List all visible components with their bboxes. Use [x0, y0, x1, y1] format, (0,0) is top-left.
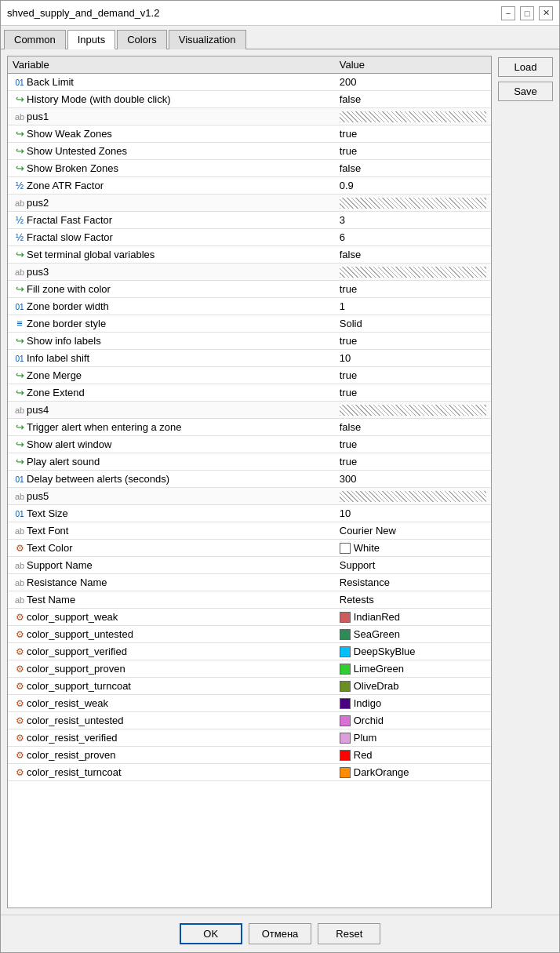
- color-value: DeepSkyBlue: [354, 646, 416, 657]
- table-row[interactable]: ↪Show alert windowtrue: [8, 436, 491, 453]
- variable-name: Fractal Fast Factor: [27, 214, 112, 226]
- table-row[interactable]: ½Fractal Fast Factor3: [8, 212, 491, 229]
- value-cell: 3: [335, 212, 491, 229]
- row-icon: ab: [13, 561, 27, 570]
- table-row[interactable]: 01Text Size10: [8, 505, 491, 522]
- variable-name: History Mode (with double click): [27, 93, 171, 105]
- table-row[interactable]: 01Delay between alerts (seconds)300: [8, 471, 491, 488]
- variable-name: color_resist_proven: [27, 749, 115, 761]
- tab-colors[interactable]: Colors: [117, 30, 167, 49]
- table-row[interactable]: ↪Zone Extendtrue: [8, 384, 491, 402]
- variable-cell: abpus3: [8, 264, 335, 281]
- ok-button[interactable]: OK: [180, 923, 242, 944]
- color-swatch: [340, 664, 351, 675]
- value-cell: [335, 402, 491, 419]
- table-row[interactable]: abText FontCourier New: [8, 522, 491, 540]
- row-icon: ⚙: [13, 629, 27, 640]
- value-cell: [335, 195, 491, 212]
- table-row[interactable]: ↪Show Broken Zonesfalse: [8, 160, 491, 177]
- tab-visualization[interactable]: Visualization: [169, 30, 246, 49]
- table-row[interactable]: ⚙color_resist_weakIndigo: [8, 695, 491, 712]
- table-row[interactable]: ↪Show Weak Zonestrue: [8, 125, 491, 143]
- table-row[interactable]: 01Zone border width1: [8, 298, 491, 315]
- maximize-button[interactable]: □: [520, 6, 534, 20]
- color-swatch: [340, 733, 351, 744]
- row-icon: 01: [13, 355, 27, 363]
- table-row[interactable]: abpus4: [8, 402, 491, 419]
- value-cell: true: [335, 143, 491, 160]
- table-row[interactable]: abpus3: [8, 264, 491, 281]
- table-row[interactable]: ⚙color_support_untestedSeaGreen: [8, 626, 491, 643]
- table-row[interactable]: ↪Show Untested Zonestrue: [8, 143, 491, 160]
- variable-name: Fill zone with color: [27, 283, 111, 295]
- variable-name: Support Name: [27, 559, 93, 571]
- table-row[interactable]: ⚙Text ColorWhite: [8, 540, 491, 557]
- table-row[interactable]: ↪Show info labelstrue: [8, 333, 491, 350]
- color-value: IndianRed: [354, 611, 400, 623]
- table-row[interactable]: ⚙color_support_weakIndianRed: [8, 609, 491, 626]
- table-row[interactable]: ½Fractal slow Factor6: [8, 229, 491, 246]
- variable-cell: ↪Trigger alert when entering a zone: [8, 419, 335, 436]
- variable-cell: ↪Show Untested Zones: [8, 143, 335, 160]
- load-button[interactable]: Load: [498, 57, 553, 77]
- table-row[interactable]: ⚙color_resist_provenRed: [8, 747, 491, 764]
- table-row[interactable]: ⚙color_resist_verifiedPlum: [8, 729, 491, 747]
- tab-inputs[interactable]: Inputs: [67, 30, 115, 49]
- table-row[interactable]: ≡Zone border styleSolid: [8, 315, 491, 333]
- value-cell: DeepSkyBlue: [335, 643, 491, 660]
- variable-cell: ⚙color_resist_proven: [8, 747, 335, 764]
- side-buttons: Load Save: [492, 56, 553, 908]
- row-icon: ≡: [13, 318, 27, 329]
- table-row[interactable]: ⚙color_support_verifiedDeepSkyBlue: [8, 643, 491, 660]
- table-row[interactable]: abpus5: [8, 488, 491, 505]
- close-button[interactable]: ✕: [539, 6, 553, 20]
- table-row[interactable]: ↪Trigger alert when entering a zonefalse: [8, 419, 491, 436]
- tab-common[interactable]: Common: [4, 30, 66, 49]
- row-icon: ⚙: [13, 612, 27, 623]
- variable-name: color_resist_untested: [27, 715, 124, 726]
- variable-name: Show Weak Zones: [27, 128, 112, 140]
- variable-cell: ½Fractal slow Factor: [8, 229, 335, 246]
- color-value: OliveDrab: [354, 680, 399, 692]
- table-row[interactable]: ↪History Mode (with double click)false: [8, 91, 491, 108]
- settings-table: Variable Value 01Back Limit200↪History M…: [8, 56, 491, 781]
- row-icon: ⚙: [13, 543, 27, 554]
- row-icon: ⚙: [13, 750, 27, 761]
- table-row[interactable]: 01Info label shift10: [8, 350, 491, 367]
- table-row[interactable]: ⚙color_resist_turncoatDarkOrange: [8, 764, 491, 781]
- value-cell: Orchid: [335, 712, 491, 729]
- variable-cell: 01Info label shift: [8, 350, 335, 367]
- variable-cell: abSupport Name: [8, 557, 335, 574]
- table-row[interactable]: ⚙color_support_turncoatOliveDrab: [8, 678, 491, 695]
- row-icon: ↪: [13, 145, 27, 157]
- table-row[interactable]: ½Zone ATR Factor0.9: [8, 177, 491, 195]
- table-row[interactable]: abpus2: [8, 195, 491, 212]
- variable-cell: 01Zone border width: [8, 298, 335, 315]
- table-row[interactable]: abTest NameRetests: [8, 591, 491, 609]
- variable-name: color_resist_turncoat: [27, 766, 122, 778]
- variable-name: Zone border width: [27, 300, 109, 312]
- row-icon: 01: [13, 303, 27, 311]
- variable-name: Play alert sound: [27, 456, 100, 467]
- table-row[interactable]: ↪Zone Mergetrue: [8, 367, 491, 384]
- variable-cell: ↪Show Broken Zones: [8, 160, 335, 177]
- col-value: Value: [335, 56, 491, 74]
- table-row[interactable]: abpus1: [8, 108, 491, 125]
- variable-name: Test Name: [27, 594, 75, 606]
- value-cell: true: [335, 367, 491, 384]
- table-row[interactable]: ⚙color_resist_untestedOrchid: [8, 712, 491, 729]
- table-scroll[interactable]: Variable Value 01Back Limit200↪History M…: [8, 56, 491, 908]
- footer: OK Отмена Reset: [1, 915, 559, 952]
- table-row[interactable]: ↪Play alert soundtrue: [8, 453, 491, 471]
- minimize-button[interactable]: −: [501, 6, 515, 20]
- table-row[interactable]: ⚙color_support_provenLimeGreen: [8, 660, 491, 678]
- cancel-button[interactable]: Отмена: [249, 923, 312, 944]
- table-row[interactable]: 01Back Limit200: [8, 74, 491, 91]
- color-value: White: [354, 542, 380, 554]
- table-row[interactable]: abSupport NameSupport: [8, 557, 491, 574]
- table-row[interactable]: ↪Set terminal global variablesfalse: [8, 246, 491, 264]
- table-row[interactable]: ↪Fill zone with colortrue: [8, 281, 491, 298]
- save-button[interactable]: Save: [498, 82, 553, 101]
- reset-button[interactable]: Reset: [318, 923, 380, 944]
- table-row[interactable]: abResistance NameResistance: [8, 574, 491, 591]
